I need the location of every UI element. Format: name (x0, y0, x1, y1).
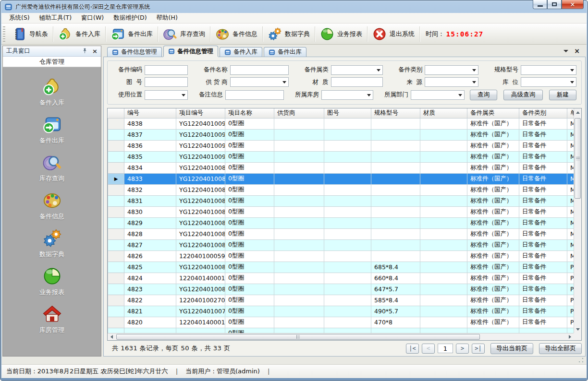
usage-position-select[interactable] (145, 90, 188, 100)
row-selector-cell[interactable] (108, 295, 124, 306)
export-all-pages-button[interactable]: 导出全部页 (539, 343, 582, 354)
spec-model-select[interactable] (521, 65, 576, 75)
column-header-supplier[interactable]: 供货商 (274, 108, 324, 118)
row-selector-cell[interactable] (108, 217, 124, 228)
column-header-row-selector[interactable] (108, 108, 124, 118)
menu-item-aux-tools[interactable]: 辅助工具(T) (35, 13, 76, 23)
table-row[interactable]: 482012204014000130型圈470*8标准件（国产）日常备件PC (108, 317, 574, 328)
drawing-no-input[interactable] (145, 77, 188, 87)
pin-icon[interactable] (82, 48, 88, 54)
row-selector-cell[interactable] (108, 140, 124, 151)
column-header-project-code[interactable]: 项目编号 (176, 108, 225, 118)
table-row[interactable]: 4836YG122040100910型圈标准件（国产）日常备件M (108, 140, 574, 151)
toolbar-grip[interactable] (3, 26, 5, 42)
row-selector-cell[interactable] (108, 284, 124, 295)
table-row[interactable]: 482612204010005990型圈标准件（国产）日常备件M (108, 250, 574, 262)
resize-grip[interactable] (578, 357, 584, 363)
remark-input[interactable] (225, 90, 284, 100)
horizontal-scroll-thumb[interactable] (116, 334, 480, 340)
table-row[interactable]: 4838YG122040100930型圈标准件（国产）日常备件M (108, 118, 574, 129)
prev-page-button[interactable]: < (422, 344, 435, 354)
column-header-material[interactable]: 材质 (420, 108, 467, 118)
export-current-page-button[interactable]: 导出当前页 (490, 343, 533, 354)
menu-item-data-maintenance[interactable]: 数据维护(D) (109, 13, 151, 23)
table-row[interactable]: 482412204014000120型圈660*8.4标准件（国产）日常备件PC (108, 273, 574, 284)
part-name-input[interactable] (230, 65, 289, 75)
table-row[interactable]: 4825YG122040100810型圈685*8.4标准件（国产）日常备件PC (108, 262, 574, 273)
row-selector-cell[interactable] (108, 317, 124, 328)
column-header-unit[interactable]: 单位 (567, 108, 574, 118)
tab-parts-info-mgmt-1[interactable]: 备件信息管理 (107, 47, 162, 57)
table-row[interactable]: 4835YG122040100900型圈标准件（国产）日常备件M (108, 151, 574, 162)
scroll-left-arrow[interactable] (108, 333, 115, 340)
tab-parts-out[interactable]: 备件出库 (264, 47, 306, 57)
minimize-button[interactable] (533, 0, 547, 9)
location-select[interactable] (521, 77, 576, 87)
tab-list-dropdown-icon[interactable] (564, 50, 568, 52)
supplier-select[interactable] (230, 77, 289, 87)
table-row[interactable]: 4832YG122040100870型圈标准件（国产）日常备件M (108, 184, 574, 195)
query-button[interactable]: 查询 (470, 90, 497, 100)
menu-item-window[interactable]: 窗口(W) (76, 13, 109, 23)
row-selector-cell[interactable] (108, 195, 124, 206)
scroll-down-arrow[interactable] (574, 325, 581, 333)
next-page-button[interactable]: > (456, 344, 469, 354)
part-category-select[interactable] (331, 65, 383, 75)
row-selector-cell[interactable] (108, 184, 124, 195)
row-selector-cell[interactable] (108, 228, 124, 239)
material-input[interactable] (331, 77, 383, 87)
part-type-select[interactable] (425, 65, 478, 75)
tab-parts-in[interactable]: 备件入库 (220, 47, 262, 57)
sidebar-item-stock-query[interactable]: 库存查询 (39, 153, 64, 183)
table-row[interactable]: 4827YG122040100820型圈标准件（国产）日常备件M (108, 239, 574, 250)
tab-parts-info-mgmt-2[interactable]: 备件信息管理 (163, 46, 218, 57)
title-bar[interactable]: 广州爱奇迪软件科技有限公司-深田之星仓库管理系统 ✕ (0, 0, 588, 13)
department-select[interactable] (411, 90, 465, 100)
horizontal-scrollbar[interactable] (108, 333, 574, 340)
advanced-query-button[interactable]: 高级查询 (503, 90, 543, 100)
column-header-part-category[interactable]: 备件属类 (467, 108, 519, 118)
sidebar-item-data-dict[interactable]: 数据字典 (39, 228, 64, 259)
table-row[interactable]: 4828YG122040100830型圈标准件（国产）日常备件M (108, 228, 574, 239)
menu-item-system[interactable]: 系统(S) (4, 13, 35, 23)
column-header-project-name[interactable]: 项目名称 (225, 108, 274, 118)
row-selector-cell[interactable] (108, 162, 124, 173)
sidebar-item-parts-info[interactable]: 备件信息 (39, 190, 64, 221)
sidebar-item-report[interactable]: 业务报表 (39, 266, 64, 297)
sidebar-item-parts-in[interactable]: 备件入库 (39, 77, 64, 107)
table-row[interactable]: 4829YG122040100840型圈标准件（国产）日常备件M (108, 217, 574, 228)
first-page-button[interactable]: |< (406, 344, 419, 354)
toolbar-button-exit[interactable]: 退出系统 (368, 25, 419, 43)
row-selector-cell[interactable] (108, 262, 124, 273)
part-code-input[interactable] (145, 65, 188, 75)
close-button[interactable]: ✕ (562, 0, 584, 9)
toolbar-button-stock-query[interactable]: 库存查询 (158, 25, 210, 43)
menu-item-help[interactable]: 帮助(H) (152, 13, 183, 23)
column-header-part-type[interactable]: 备件类别 (519, 108, 567, 118)
table-row-partial[interactable]: 0型圈 (108, 328, 574, 333)
sidebar-header[interactable]: 工具窗口 × (3, 46, 101, 57)
column-header-no[interactable]: 编号 (124, 108, 176, 118)
sidebar-group-title[interactable]: 仓库管理 (3, 57, 101, 67)
vertical-scroll-thumb[interactable] (575, 118, 581, 199)
scroll-up-arrow[interactable] (574, 108, 581, 116)
row-selector-cell[interactable] (108, 206, 124, 217)
toolbar-button-parts-info[interactable]: 备件信息 (210, 25, 262, 43)
table-row[interactable]: ▶4833YG122040100880型圈标准件（国产）日常备件M (108, 173, 574, 184)
scroll-right-arrow[interactable] (566, 333, 574, 340)
row-selector-cell[interactable] (108, 239, 124, 250)
table-row[interactable]: 4831YG122040100860型圈标准件（国产）日常备件M (108, 195, 574, 206)
table-row[interactable]: 4830YG122040100850型圈标准件（国产）日常备件M (108, 206, 574, 217)
column-header-spec[interactable]: 规格型号 (371, 108, 420, 118)
row-selector-cell[interactable] (108, 306, 124, 317)
row-selector-cell[interactable]: ▶ (108, 173, 124, 184)
toolbar-button-data-dict[interactable]: 数据字典 (263, 25, 315, 43)
toolbar-button-parts-in[interactable]: 备件入库 (53, 25, 105, 43)
page-input[interactable] (438, 344, 453, 353)
row-selector-cell[interactable] (108, 273, 124, 284)
tab-close-icon[interactable]: × (574, 48, 580, 54)
last-page-button[interactable]: >| (472, 344, 485, 354)
table-row[interactable]: 4823YG122040100800型圈647*5.7标准件（国产）日常备件PC (108, 284, 574, 295)
toolbar-button-nav-bar[interactable]: 导航条 (7, 25, 53, 43)
new-button[interactable]: 新建 (549, 90, 576, 100)
